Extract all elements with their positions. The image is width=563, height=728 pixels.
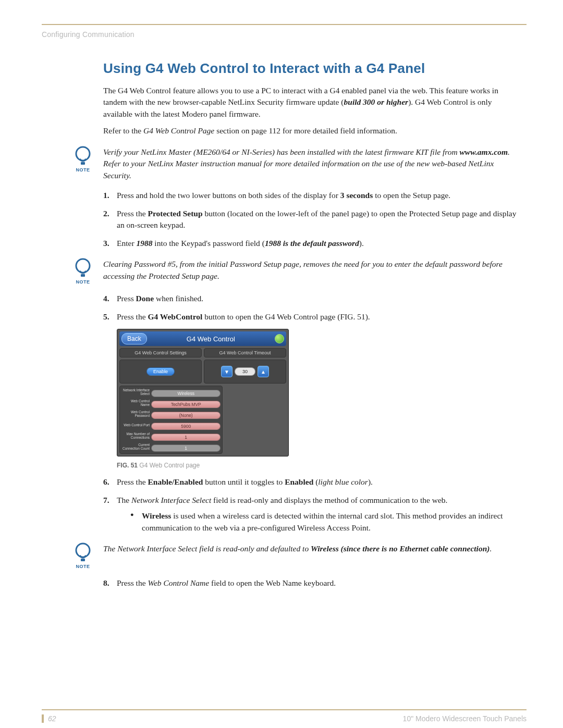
text-bold: G4 WebControl bbox=[148, 312, 202, 321]
note-icon: NOTE bbox=[42, 257, 103, 285]
text-ref: G4 Web Control Page bbox=[143, 126, 214, 135]
timeout-down-button[interactable]: ▼ bbox=[221, 366, 232, 377]
text: Press the bbox=[117, 209, 148, 218]
note-text-1: Verify your NetLinx Master (ME260/64 or … bbox=[103, 145, 521, 181]
text-bold: Enable/Enabled bbox=[148, 477, 203, 486]
page-number: 62 bbox=[42, 714, 56, 723]
settings-row-label: Web Control Password bbox=[121, 411, 150, 418]
text: ). bbox=[368, 477, 373, 486]
timeout-value: 30 bbox=[235, 367, 255, 376]
note-block-2: NOTE Clearing Password #5, from the init… bbox=[42, 257, 521, 285]
settings-row-label: Web Control Port bbox=[121, 424, 150, 427]
svg-point-2 bbox=[76, 259, 90, 273]
text: field is read-only and displays the meth… bbox=[211, 496, 447, 504]
text: Refer to the bbox=[103, 126, 143, 135]
bullet-wireless: Wireless is used when a wireless card is… bbox=[130, 510, 521, 534]
svg-rect-3 bbox=[81, 274, 85, 277]
status-indicator-icon bbox=[275, 334, 284, 343]
timeout-panel: ▼ 30 ▲ bbox=[204, 360, 286, 384]
settings-row: Web Control Port5900 bbox=[121, 421, 221, 430]
text-build: build 300 or higher bbox=[344, 97, 409, 106]
text: button to open the G4 Web Control page (… bbox=[202, 312, 370, 321]
steps-list-d: Press the Web Control Name field to open… bbox=[103, 577, 521, 589]
step-6: Press the Enable/Enabled button until it… bbox=[103, 476, 521, 488]
settings-row-value[interactable]: TechPubs MVP bbox=[151, 401, 221, 408]
text: The bbox=[117, 496, 131, 504]
lightbulb-icon bbox=[74, 145, 92, 166]
note-icon: NOTE bbox=[42, 542, 103, 569]
step-3: Enter 1988 into the Keypad's password fi… bbox=[103, 238, 521, 249]
settings-grid: Network Interface SelectWirelessWeb Cont… bbox=[119, 386, 223, 454]
note-text-3: The Network Interface Select field is re… bbox=[103, 542, 521, 554]
settings-row: Max Number of Connections1 bbox=[121, 431, 221, 441]
settings-row: Current Connection Count1 bbox=[121, 442, 221, 452]
text: Press and hold the two lower buttons on … bbox=[117, 191, 340, 200]
text-italic: Network Interface Select bbox=[131, 496, 211, 504]
step-5: Press the G4 WebControl button to open t… bbox=[103, 311, 521, 323]
figure-caption: FIG. 51 G4 Web Control page bbox=[117, 462, 521, 469]
intro-paragraph-1: The G4 Web Control feature allows you to… bbox=[103, 85, 521, 120]
step-2: Press the Protected Setup button (locate… bbox=[103, 208, 521, 231]
settings-row-value[interactable]: 1 bbox=[151, 434, 221, 441]
text: when finished. bbox=[154, 294, 203, 303]
settings-row-label: Web Control Name bbox=[121, 400, 150, 407]
intro-paragraph-2: Refer to the G4 Web Control Page section… bbox=[103, 125, 521, 137]
text: . bbox=[489, 544, 492, 553]
svg-point-4 bbox=[76, 544, 90, 557]
step-4: Press Done when finished. bbox=[103, 293, 521, 304]
svg-point-0 bbox=[76, 147, 90, 161]
steps-list-c: Press the Enable/Enabled button until it… bbox=[103, 476, 521, 534]
text-bold: 1988 bbox=[136, 239, 152, 248]
bullet-list: Wireless is used when a wireless card is… bbox=[130, 510, 521, 534]
settings-row-label: Current Connection Count bbox=[121, 443, 150, 451]
settings-row: Web Control Password(None) bbox=[121, 410, 221, 419]
step-8: Press the Web Control Name field to open… bbox=[103, 577, 521, 589]
text: Enter bbox=[117, 239, 136, 248]
timeout-up-button[interactable]: ▲ bbox=[258, 366, 269, 377]
tab-settings[interactable]: G4 Web Control Settings bbox=[119, 348, 202, 357]
text: button until it toggles to bbox=[203, 477, 285, 486]
figure-caption-text: G4 Web Control page bbox=[138, 462, 200, 469]
text-italic: Web Control Name bbox=[148, 578, 209, 587]
figure-title: G4 Web Control bbox=[150, 335, 272, 343]
page-footer: 62 10" Modero Widescreen Touch Panels bbox=[42, 709, 527, 723]
lightbulb-icon bbox=[74, 257, 92, 278]
text: to open the Setup page. bbox=[373, 191, 450, 200]
step-1: Press and hold the two lower buttons on … bbox=[103, 190, 521, 201]
settings-row: Network Interface SelectWireless bbox=[121, 388, 221, 397]
section-header: Configuring Communication bbox=[42, 30, 527, 39]
text-italic: 1988 is the default password bbox=[265, 239, 359, 248]
enable-panel: Enable bbox=[119, 360, 202, 384]
text: ). bbox=[359, 239, 364, 248]
document-title: 10" Modero Widescreen Touch Panels bbox=[403, 714, 527, 723]
enable-button[interactable]: Enable bbox=[146, 367, 175, 376]
text-bold: Wireless (since there is no Ethernet cab… bbox=[311, 544, 489, 553]
text-italic: light blue color bbox=[318, 477, 368, 486]
tab-timeout[interactable]: G4 Web Control Timeout bbox=[204, 348, 286, 357]
note-icon: NOTE bbox=[42, 145, 103, 172]
note-label: NOTE bbox=[76, 564, 90, 569]
page-title: Using G4 Web Control to Interact with a … bbox=[103, 60, 521, 77]
steps-list-b: Press Done when finished. Press the G4 W… bbox=[103, 293, 521, 323]
lightbulb-icon bbox=[74, 542, 92, 563]
text: Press the bbox=[117, 312, 148, 321]
note-block-3: NOTE The Network Interface Select field … bbox=[42, 542, 521, 569]
figure-number: FIG. 51 bbox=[117, 462, 138, 469]
text: is used when a wireless card is detected… bbox=[142, 511, 503, 532]
text-bold: Done bbox=[136, 294, 154, 303]
step-7: The Network Interface Select field is re… bbox=[103, 495, 521, 534]
note-label: NOTE bbox=[76, 279, 90, 285]
settings-row-value[interactable]: (None) bbox=[151, 412, 221, 419]
settings-row-label: Network Interface Select bbox=[121, 389, 150, 396]
text: into the Keypad's password field ( bbox=[152, 239, 264, 248]
settings-row-value: Wireless bbox=[151, 390, 221, 397]
back-button[interactable]: Back bbox=[121, 333, 147, 344]
text: ( bbox=[313, 477, 318, 486]
settings-row-value[interactable]: 5900 bbox=[151, 423, 221, 430]
text-bold: 3 seconds bbox=[340, 191, 373, 200]
figure-51: Back G4 Web Control G4 Web Control Setti… bbox=[117, 329, 289, 456]
text: field to open the Web Name keyboard. bbox=[209, 578, 336, 587]
text-url: www.amx.com bbox=[460, 147, 508, 156]
text-bold: Protected Setup bbox=[148, 209, 202, 218]
note-label: NOTE bbox=[76, 167, 90, 172]
